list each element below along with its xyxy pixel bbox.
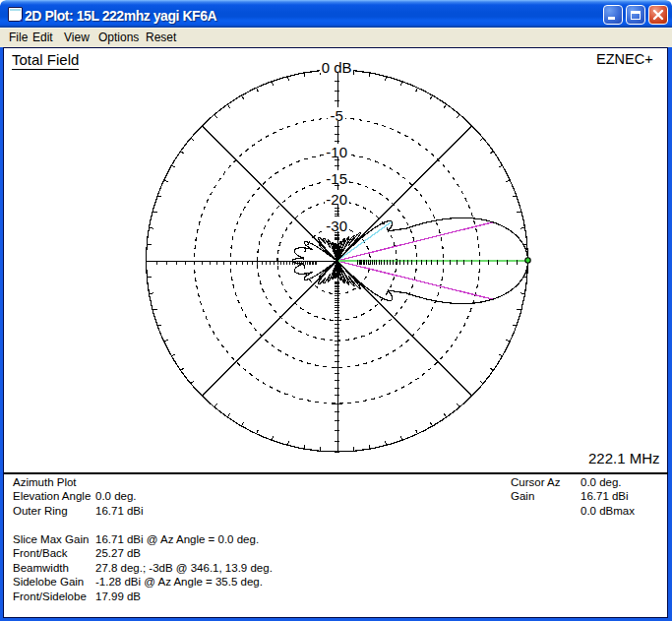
svg-text:-20: -20 bbox=[326, 191, 347, 208]
svg-text:-15: -15 bbox=[326, 170, 347, 187]
svg-text:-30: -30 bbox=[326, 217, 347, 234]
svg-text:0 dB: 0 dB bbox=[322, 59, 352, 76]
svg-text:-5: -5 bbox=[331, 107, 343, 124]
svg-text:-10: -10 bbox=[326, 144, 347, 160]
